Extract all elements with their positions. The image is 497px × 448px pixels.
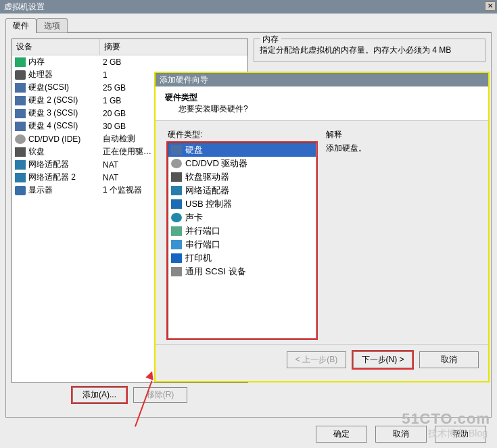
- tab-hardware[interactable]: 硬件: [5, 18, 37, 33]
- type-icon: [171, 240, 182, 249]
- wizard-header-sub: 您要安装哪类硬件?: [179, 103, 248, 115]
- cancel-button[interactable]: 取消: [375, 426, 427, 443]
- back-button: < 上一步(B): [287, 351, 346, 368]
- device-name: 硬盘(SCSI): [28, 82, 103, 93]
- type-label: 硬盘: [185, 144, 203, 156]
- type-label: 打印机: [185, 252, 212, 264]
- tab-options[interactable]: 选项: [37, 18, 68, 33]
- device-icon: [15, 96, 26, 105]
- type-label: CD/DVD 驱动器: [185, 157, 247, 170]
- device-name: 硬盘 4 (SCSI): [28, 120, 103, 132]
- type-label: 并行端口: [185, 225, 220, 237]
- hardware-list-header: 设备 摘要: [12, 39, 247, 55]
- type-icon: [171, 226, 182, 236]
- hardware-type-label: 硬件类型:: [168, 129, 316, 141]
- device-name: 硬盘 3 (SCSI): [28, 107, 103, 119]
- tab-divider: [68, 18, 492, 32]
- type-icon: [171, 267, 182, 276]
- explanation-label: 解释: [326, 129, 476, 141]
- hardware-type-list[interactable]: 硬盘CD/DVD 驱动器软盘驱动器网络适配器USB 控制器声卡并行端口串行端口打…: [168, 143, 316, 339]
- device-icon: [15, 134, 26, 144]
- memory-group-text: 指定分配给此虚拟机的内存量。内存大小必须为 4 MB: [260, 45, 479, 56]
- memory-group-title: 内存: [260, 34, 281, 45]
- device-name: CD/DVD (IDE): [28, 134, 103, 144]
- next-button[interactable]: 下一步(N) >: [353, 351, 412, 368]
- type-icon: [171, 199, 182, 209]
- type-icon: [171, 145, 182, 155]
- device-name: 内存: [28, 56, 103, 68]
- device-icon: [15, 57, 26, 67]
- device-icon: [15, 147, 26, 157]
- hardware-type-item[interactable]: 声卡: [168, 211, 316, 224]
- device-name: 显示器: [28, 184, 103, 196]
- hardware-type-item[interactable]: 并行端口: [168, 224, 316, 238]
- type-label: 软盘驱动器: [185, 171, 229, 183]
- ok-button[interactable]: 确定: [316, 426, 367, 443]
- device-name: 硬盘 2 (SCSI): [28, 95, 103, 106]
- explanation-text: 添加硬盘。: [326, 143, 476, 154]
- device-icon: [15, 83, 26, 93]
- wizard-titlebar: 添加硬件向导: [156, 73, 488, 86]
- hardware-type-item[interactable]: 网络适配器: [168, 184, 316, 197]
- type-label: 通用 SCSI 设备: [185, 266, 246, 278]
- device-icon: [15, 186, 26, 195]
- device-summary: 2 GB: [103, 57, 245, 67]
- device-icon: [15, 70, 26, 80]
- hardware-type-item[interactable]: USB 控制器: [168, 197, 316, 211]
- type-label: 声卡: [185, 211, 203, 224]
- hardware-type-item[interactable]: 软盘驱动器: [168, 170, 316, 184]
- hardware-row[interactable]: 内存2 GB: [12, 55, 247, 68]
- help-button[interactable]: 帮助: [435, 426, 486, 443]
- device-icon: [15, 173, 26, 182]
- device-name: 网络适配器 2: [28, 172, 103, 183]
- type-icon: [171, 213, 182, 222]
- type-icon: [171, 186, 182, 195]
- outer-title-text: 虚拟机设置: [4, 2, 45, 11]
- type-icon: [171, 159, 182, 168]
- wizard-header: 硬件类型 您要安装哪类硬件?: [156, 86, 488, 121]
- hardware-type-item[interactable]: 通用 SCSI 设备: [168, 265, 316, 278]
- type-icon: [171, 253, 182, 263]
- wizard-cancel-button[interactable]: 取消: [419, 351, 479, 368]
- type-label: USB 控制器: [185, 198, 232, 210]
- remove-hardware-button: 移除(R): [133, 387, 187, 403]
- device-name: 处理器: [28, 69, 103, 80]
- add-hardware-button[interactable]: 添加(A)...: [72, 387, 126, 403]
- col-summary: 摘要: [100, 39, 247, 55]
- device-icon: [15, 160, 26, 170]
- type-label: 串行端口: [185, 239, 220, 251]
- close-icon[interactable]: ✕: [485, 1, 496, 11]
- type-icon: [171, 172, 182, 182]
- col-device: 设备: [12, 39, 100, 55]
- hardware-type-item[interactable]: 打印机: [168, 251, 316, 265]
- device-icon: [15, 109, 26, 118]
- outer-titlebar: 虚拟机设置 ✕: [0, 0, 497, 14]
- device-icon: [15, 122, 26, 131]
- wizard-title-text: 添加硬件向导: [160, 75, 208, 84]
- add-hardware-wizard: 添加硬件向导 硬件类型 您要安装哪类硬件? 硬件类型: 硬盘CD/DVD 驱动器…: [154, 72, 490, 382]
- hardware-type-item[interactable]: 串行端口: [168, 238, 316, 251]
- tabs: 硬件 选项: [5, 18, 492, 32]
- device-name: 软盘: [28, 146, 103, 157]
- hardware-type-item[interactable]: 硬盘: [168, 143, 316, 157]
- hardware-type-item[interactable]: CD/DVD 驱动器: [168, 157, 316, 170]
- memory-group: 内存 指定分配给此虚拟机的内存量。内存大小必须为 4 MB: [254, 39, 486, 62]
- wizard-header-bold: 硬件类型: [165, 93, 197, 102]
- type-label: 网络适配器: [185, 184, 229, 197]
- device-name: 网络适配器: [28, 159, 103, 170]
